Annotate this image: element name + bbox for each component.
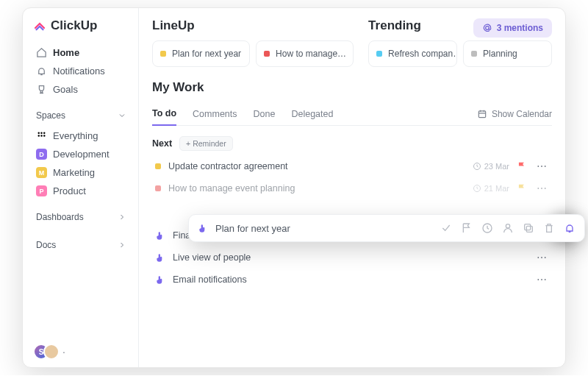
card-label: Plan for next year bbox=[172, 49, 241, 59]
sidebar-item-notifications[interactable]: Notifications bbox=[33, 62, 129, 80]
add-reminder-button[interactable]: + Reminder bbox=[179, 136, 233, 151]
show-calendar-button[interactable]: Show Calendar bbox=[477, 109, 552, 119]
card-label: Refresh compan… bbox=[388, 49, 457, 59]
home-icon bbox=[36, 47, 47, 58]
status-dot-icon bbox=[155, 185, 161, 191]
svg-point-5 bbox=[43, 135, 46, 137]
status-dot-icon bbox=[471, 51, 477, 57]
popover-actions bbox=[440, 222, 576, 234]
space-swatch-icon: P bbox=[36, 185, 47, 196]
avatar bbox=[43, 344, 60, 360]
sidebar-space-marketing[interactable]: M Marketing bbox=[33, 163, 129, 182]
status-dot-icon bbox=[376, 51, 382, 57]
tab-comments[interactable]: Comments bbox=[193, 103, 237, 125]
status-dot-icon bbox=[264, 51, 270, 57]
task-popover[interactable]: Plan for next year bbox=[188, 214, 585, 242]
hand-icon bbox=[155, 230, 165, 241]
trash-icon[interactable] bbox=[543, 222, 555, 234]
sidebar-item-label: Goals bbox=[53, 84, 78, 95]
avatar-row[interactable]: S · bbox=[33, 344, 129, 360]
copy-icon[interactable] bbox=[523, 222, 534, 234]
tab-todo[interactable]: To do bbox=[152, 102, 176, 126]
svg-point-6 bbox=[485, 26, 489, 30]
mentions-label: 3 mentions bbox=[497, 23, 543, 33]
sidebar-space-development[interactable]: D Development bbox=[33, 145, 129, 163]
show-calendar-label: Show Calendar bbox=[492, 109, 552, 119]
task-row[interactable]: Update contractor agreement 23 Mar ⋯ bbox=[152, 155, 552, 177]
trending-card[interactable]: Planning bbox=[463, 40, 552, 67]
svg-rect-12 bbox=[526, 226, 532, 232]
tab-done[interactable]: Done bbox=[254, 103, 276, 125]
task-row[interactable]: Email notifications ⋯ bbox=[152, 269, 552, 291]
hand-icon bbox=[155, 274, 165, 285]
card-label: Planning bbox=[483, 49, 517, 59]
mentions-button[interactable]: 3 mentions bbox=[473, 18, 552, 38]
spaces-label: Spaces bbox=[36, 110, 65, 121]
lineup-heading: LineUp bbox=[152, 18, 354, 33]
trophy-icon bbox=[36, 84, 47, 95]
lineup-card[interactable]: Plan for next year bbox=[152, 40, 250, 67]
svg-point-11 bbox=[506, 224, 509, 228]
sidebar-item-goals[interactable]: Goals bbox=[33, 80, 129, 99]
more-icon[interactable]: ⋯ bbox=[534, 274, 549, 285]
main-content: 3 mentions LineUp Plan for next year How… bbox=[139, 8, 565, 367]
hand-icon bbox=[155, 252, 165, 263]
task-row[interactable]: How to manage event planning 21 Mar ⋯ bbox=[152, 177, 552, 199]
popover-title: Plan for next year bbox=[215, 223, 290, 234]
next-section-label: Next bbox=[152, 138, 172, 149]
card-label: How to manage… bbox=[276, 49, 346, 59]
docs-section-header[interactable]: Docs bbox=[33, 237, 129, 253]
clock-icon[interactable] bbox=[481, 222, 493, 234]
mywork-heading: My Work bbox=[152, 80, 552, 95]
sidebar: ClickUp Home Notifications Goals Spaces bbox=[23, 8, 139, 367]
task-title: Update contractor agreement bbox=[168, 161, 288, 171]
svg-point-0 bbox=[38, 132, 40, 135]
sidebar-item-label: Product bbox=[53, 185, 86, 196]
lineup-card[interactable]: How to manage… bbox=[256, 40, 354, 67]
status-dot-icon bbox=[155, 163, 161, 169]
clock-icon bbox=[473, 162, 481, 171]
calendar-icon bbox=[477, 109, 487, 119]
spaces-section-header[interactable]: Spaces bbox=[33, 107, 129, 124]
trending-card[interactable]: Refresh compan… bbox=[368, 40, 457, 67]
svg-point-3 bbox=[38, 135, 40, 137]
task-title: Live view of people bbox=[173, 252, 251, 263]
hand-icon bbox=[198, 223, 208, 233]
brand-logo[interactable]: ClickUp bbox=[33, 18, 129, 33]
chevron-right-icon bbox=[118, 241, 126, 249]
space-swatch-icon: M bbox=[36, 167, 47, 178]
user-icon[interactable] bbox=[502, 222, 514, 234]
bell-icon bbox=[36, 65, 47, 77]
more-icon[interactable]: ⋯ bbox=[534, 252, 549, 263]
brand-name: ClickUp bbox=[51, 18, 97, 33]
sidebar-item-label: Development bbox=[53, 149, 110, 160]
mywork-tabs: To do Comments Done Delegated Show Calen… bbox=[152, 102, 552, 126]
sidebar-item-everything[interactable]: Everything bbox=[33, 127, 129, 145]
status-dot-icon bbox=[160, 51, 166, 57]
flag-icon[interactable] bbox=[517, 183, 527, 194]
chevron-right-icon bbox=[118, 213, 126, 221]
task-title: How to manage event planning bbox=[168, 183, 295, 194]
check-icon[interactable] bbox=[440, 222, 452, 234]
task-row[interactable]: Live view of people ⋯ bbox=[152, 246, 552, 269]
svg-point-4 bbox=[40, 135, 43, 137]
grid-icon bbox=[36, 130, 47, 141]
sidebar-item-label: Notifications bbox=[53, 65, 105, 77]
sidebar-item-label: Marketing bbox=[53, 167, 95, 178]
svg-point-2 bbox=[43, 132, 46, 135]
at-icon bbox=[482, 23, 492, 33]
sidebar-space-product[interactable]: P Product bbox=[33, 182, 129, 200]
svg-rect-13 bbox=[525, 224, 531, 230]
sidebar-item-home[interactable]: Home bbox=[33, 43, 129, 62]
flag-icon[interactable] bbox=[517, 161, 527, 171]
chevron-down-icon bbox=[118, 111, 126, 120]
bell-icon[interactable] bbox=[564, 222, 576, 234]
more-icon[interactable]: ⋯ bbox=[534, 182, 549, 194]
more-icon[interactable]: ⋯ bbox=[534, 160, 549, 172]
clickup-logo-icon bbox=[33, 19, 46, 32]
flag-icon[interactable] bbox=[461, 222, 473, 234]
tab-delegated[interactable]: Delegated bbox=[291, 103, 333, 125]
task-date: 21 Mar bbox=[473, 184, 509, 193]
dashboards-section-header[interactable]: Dashboards bbox=[33, 209, 129, 225]
svg-rect-7 bbox=[478, 110, 485, 117]
